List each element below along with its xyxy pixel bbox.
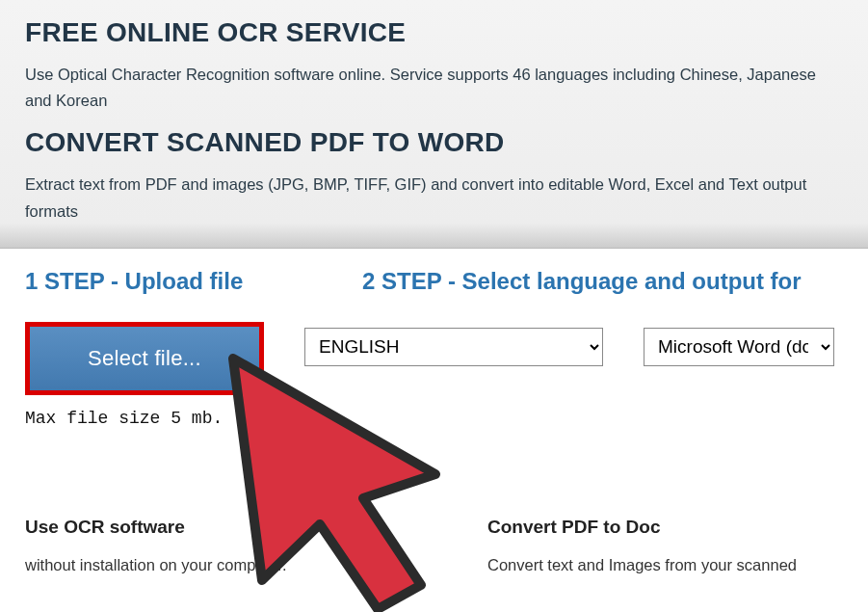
step-1-title: 1 STEP - Upload file xyxy=(25,268,304,295)
promo-left-title: Use OCR software xyxy=(25,517,420,538)
output-format-select[interactable]: Microsoft Word (docx xyxy=(644,328,834,366)
select-file-highlight: Select file... xyxy=(25,322,264,395)
step-2-title: 2 STEP - Select language and output for xyxy=(362,268,802,295)
promo-right: Convert PDF to Doc Convert text and Imag… xyxy=(487,517,868,578)
main-area: 1 STEP - Upload file 2 STEP - Select lan… xyxy=(0,249,868,578)
secondary-heading: CONVERT SCANNED PDF TO WORD xyxy=(25,127,843,158)
steps-row: 1 STEP - Upload file 2 STEP - Select lan… xyxy=(25,268,843,295)
secondary-subtitle: Extract text from PDF and images (JPG, B… xyxy=(25,172,843,224)
promo-row: Use OCR software without installation on… xyxy=(25,517,843,578)
select-file-button[interactable]: Select file... xyxy=(30,327,259,390)
promo-right-title: Convert PDF to Doc xyxy=(487,517,868,538)
header-band: FREE ONLINE OCR SERVICE Use Optical Char… xyxy=(0,0,868,249)
promo-left-body: without installation on your computer. xyxy=(25,553,420,578)
controls-row: Select file... Max file size 5 mb. ENGLI… xyxy=(25,322,843,428)
language-select[interactable]: ENGLISH xyxy=(304,328,603,366)
language-column: ENGLISH xyxy=(304,322,603,366)
upload-column: Select file... Max file size 5 mb. xyxy=(25,322,264,428)
main-subtitle: Use Optical Character Recognition softwa… xyxy=(25,62,843,114)
format-column: Microsoft Word (docx xyxy=(644,322,834,366)
promo-right-body: Convert text and Images from your scanne… xyxy=(487,553,868,578)
promo-left: Use OCR software without installation on… xyxy=(25,517,420,578)
max-file-note: Max file size 5 mb. xyxy=(25,409,264,428)
main-heading: FREE ONLINE OCR SERVICE xyxy=(25,17,843,48)
